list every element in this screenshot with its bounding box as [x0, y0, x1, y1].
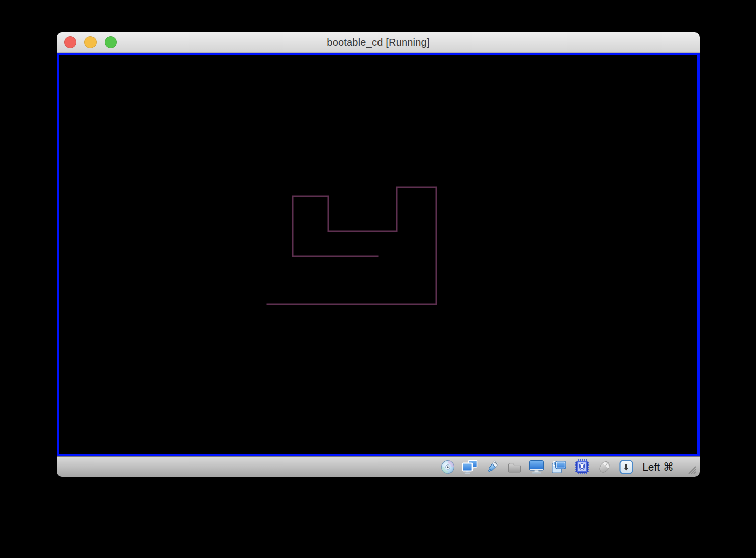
resize-grip[interactable]	[685, 462, 697, 475]
titlebar[interactable]: bootable_cd [Running]	[57, 32, 700, 53]
host-key-label: Left ⌘	[642, 461, 674, 473]
zoom-button[interactable]	[105, 36, 117, 48]
vm-display-area[interactable]	[57, 53, 700, 456]
display-icon[interactable]	[529, 460, 544, 474]
network-adapters-icon[interactable]	[462, 460, 478, 474]
close-button[interactable]	[64, 36, 76, 48]
usb-icon[interactable]	[485, 460, 500, 474]
minimize-button[interactable]	[84, 36, 97, 48]
video-capture-icon[interactable]	[551, 460, 567, 474]
statusbar: Left ⌘	[57, 456, 700, 477]
mouse-integration-icon[interactable]	[597, 460, 612, 474]
vm-line-drawing	[59, 55, 697, 454]
vm-window: bootable_cd [Running]	[57, 32, 700, 477]
window-title: bootable_cd [Running]	[327, 37, 429, 48]
shared-folders-icon[interactable]	[507, 460, 522, 474]
cpu-features-icon[interactable]	[574, 459, 590, 475]
traffic-lights	[64, 32, 117, 52]
optical-disc-icon[interactable]	[441, 460, 455, 474]
keyboard-down-arrow-icon[interactable]	[619, 460, 633, 474]
